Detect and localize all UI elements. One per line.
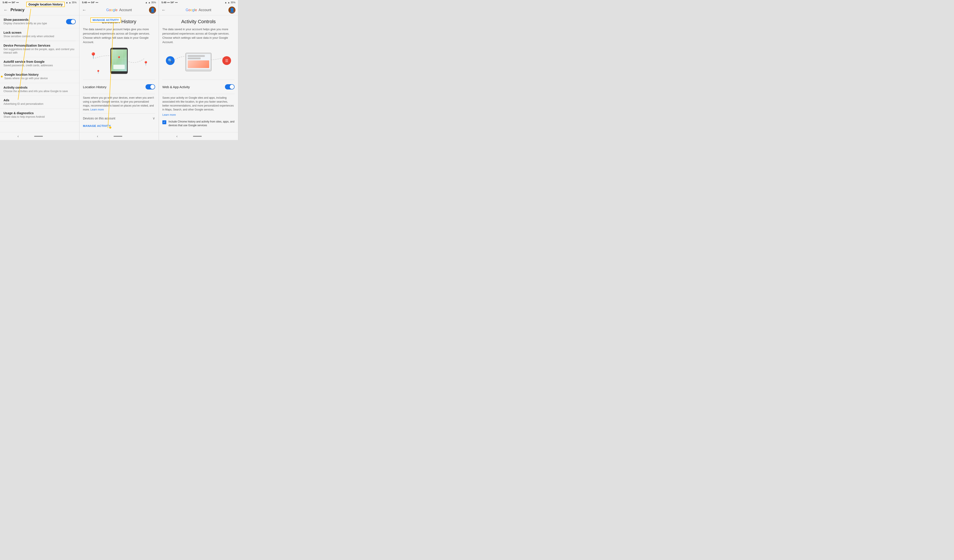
wifi-icon-3: ▲ <box>224 1 227 4</box>
network-dots-2: ••• <box>96 1 98 4</box>
status-right-3: ▲ ▲ 35% <box>224 1 235 4</box>
bottom-bar-1: ‹ <box>0 132 79 140</box>
phone-screen: 📍 <box>111 50 127 71</box>
map-route <box>113 65 125 69</box>
status-left-3: 5:49 ••• 54° ••• <box>162 1 178 4</box>
ads-item[interactable]: Ads Advertising ID and personalization <box>0 96 79 109</box>
divider-ac-bottom <box>162 94 235 94</box>
chrome-history-label: Include Chrome history and activity from… <box>168 120 235 127</box>
bottom-bar-3: ‹ <box>159 132 238 140</box>
ads-title: Ads <box>3 98 76 102</box>
back-nav-3[interactable]: ‹ <box>176 134 178 138</box>
avatar-3[interactable] <box>228 6 235 14</box>
bottom-bar-2: ‹ <box>80 132 159 140</box>
location-history-toggle-row: Location History <box>83 82 155 92</box>
devices-row[interactable]: Devices on this account ∨ <box>83 113 155 123</box>
autofill-subtitle: Saved passwords, credit cards, addresses <box>3 64 76 67</box>
avatar-image-2 <box>149 6 156 14</box>
tablet-line-1 <box>188 55 205 57</box>
annotation-location-label: Google location history <box>26 2 65 7</box>
signal-icon-1: ▲ <box>69 1 71 4</box>
temp-1: 54° <box>12 1 16 4</box>
signal-icon-3: ▲ <box>228 1 230 4</box>
status-bar-2: 5:48 ••• 54° ••• ▲ ▲ 35% <box>80 0 159 5</box>
signal-dots-1: ••• <box>8 1 11 4</box>
back-nav-1[interactable]: ‹ <box>17 134 19 138</box>
lock-screen-subtitle: Show sensitive content only when unlocke… <box>3 35 76 38</box>
avatar-image-3 <box>228 6 235 14</box>
tablet-line-2 <box>188 58 201 59</box>
device-personalization-item[interactable]: Device Personalization Services Get sugg… <box>0 41 79 57</box>
avatar-2[interactable] <box>149 6 156 14</box>
location-history-toggle[interactable] <box>145 84 155 89</box>
activity-controls-container: 5:49 ••• 54° ••• ▲ ▲ 35% ← Google Accoun… <box>159 0 238 140</box>
devices-label: Devices on this account <box>83 117 115 120</box>
back-button-3[interactable]: ← <box>162 8 166 12</box>
activity-controls-title: Activity controls <box>3 86 76 89</box>
home-indicator-3[interactable] <box>193 136 202 137</box>
divider-toggle-bottom <box>83 94 155 94</box>
home-indicator-2[interactable] <box>114 136 122 137</box>
usage-diagnostics-title: Usage & diagnostics <box>3 111 76 115</box>
tablet-image <box>188 61 209 68</box>
back-nav-2[interactable]: ‹ <box>97 134 98 138</box>
learn-more-link-3[interactable]: Learn more <box>162 113 235 117</box>
network-dots-1: ••• <box>16 1 19 4</box>
annotation-manage-activity: MANAGE ACTIVITY <box>90 17 121 23</box>
show-passwords-item[interactable]: Show passwords Display characters briefl… <box>0 15 79 28</box>
back-button-2[interactable]: ← <box>82 8 86 12</box>
page-title-1: Privacy <box>11 8 76 12</box>
status-right-2: ▲ ▲ 35% <box>145 1 156 4</box>
manage-activity-container: MANAGE ACTIVITY <box>83 123 155 129</box>
activity-controls-illustration: 🔍 ☰ <box>162 48 235 76</box>
show-passwords-subtitle: Display characters briefly as you type <box>3 22 47 25</box>
device-personalization-subtitle: Get suggestions based on the people, app… <box>3 48 76 54</box>
location-history-screen: 5:48 ••• 54° ••• ▲ ▲ 35% ← Google Accoun… <box>80 0 159 140</box>
divider-ac-top <box>162 79 235 80</box>
location-history-subtitle: Saves where you go with your device <box>5 77 76 80</box>
location-dot <box>1 76 3 78</box>
back-button-1[interactable]: ← <box>3 8 8 12</box>
web-app-activity-toggle[interactable] <box>225 84 235 89</box>
temp-3: 54° <box>171 1 175 4</box>
chrome-history-checkbox[interactable] <box>162 120 166 124</box>
autofill-item[interactable]: Autofill service from Google Saved passw… <box>0 57 79 70</box>
divider-toggle-top <box>83 79 155 80</box>
home-indicator-1[interactable] <box>34 136 43 137</box>
usage-diagnostics-item[interactable]: Usage & diagnostics Share data to help i… <box>0 109 79 121</box>
location-history-body: Saves where you go with your devices, ev… <box>83 96 155 112</box>
lock-screen-item[interactable]: Lock screen Show sensitive content only … <box>0 28 79 41</box>
ads-subtitle: Advertising ID and personalization <box>3 103 76 106</box>
time-1: 5:48 <box>3 1 8 4</box>
google-logo-2: Google Account <box>106 8 132 12</box>
location-history-toggle-label: Location History <box>83 85 106 89</box>
wifi-icon-2: ▲ <box>145 1 148 4</box>
show-passwords-toggle[interactable] <box>66 19 76 24</box>
google-location-history-item[interactable]: Google location history Saves where you … <box>0 70 79 83</box>
activity-controls-desc: The data saved in your account helps giv… <box>162 27 235 44</box>
manage-activity-btn[interactable]: MANAGE ACTIVITY <box>83 123 111 129</box>
phone-device: 📍 <box>110 48 128 74</box>
tablet-device <box>186 53 212 71</box>
location-illustration: 📍 📍 📍 📍 <box>83 48 155 76</box>
activity-controls-body: Saves your activity on Google sites and … <box>162 96 235 112</box>
activity-controls-subtitle: Choose the activities and info you allow… <box>3 90 76 93</box>
google-logo-3: Google Account <box>186 8 211 12</box>
network-dots-3: ••• <box>175 1 178 4</box>
activity-controls-page-title: Activity Controls <box>162 19 235 25</box>
learn-more-link-2[interactable]: Learn more <box>90 108 104 111</box>
temp-2: 54° <box>91 1 95 4</box>
google-account-header-2: ← Google Account <box>80 5 159 15</box>
status-bar-3: 5:49 ••• 54° ••• ▲ ▲ 35% <box>159 0 238 5</box>
status-left-2: 5:48 ••• 54° ••• <box>82 1 98 4</box>
battery-1: 35% <box>72 1 76 4</box>
tablet-screen-content <box>187 54 210 69</box>
activity-controls-item[interactable]: Activity controls Choose the activities … <box>0 83 79 96</box>
privacy-content: Show passwords Display characters briefl… <box>0 15 79 132</box>
location-history-desc: The data saved in your account helps giv… <box>83 27 155 44</box>
signal-dots-3: ••• <box>167 1 170 4</box>
battery-3: 35% <box>231 1 235 4</box>
privacy-screen: 5:48 ••• 54° ••• ▲ ▲ 35% ← Privacy Show … <box>0 0 80 140</box>
web-app-activity-toggle-row: Web & App Activity <box>162 82 235 92</box>
time-3: 5:49 <box>162 1 166 4</box>
